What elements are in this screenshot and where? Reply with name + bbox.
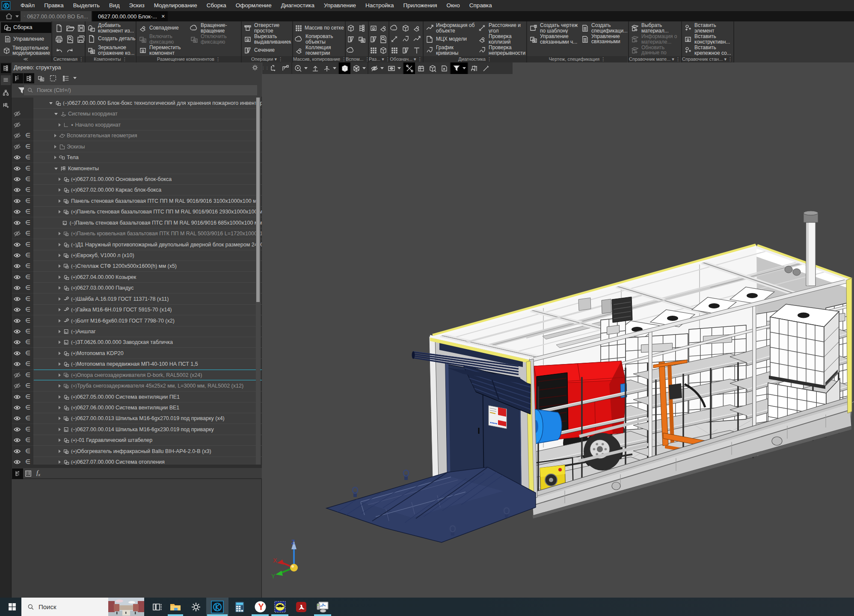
- svg-text:Y: Y: [271, 573, 276, 580]
- svg-text:X: X: [273, 557, 277, 564]
- svg-text:Z: Z: [291, 539, 295, 545]
